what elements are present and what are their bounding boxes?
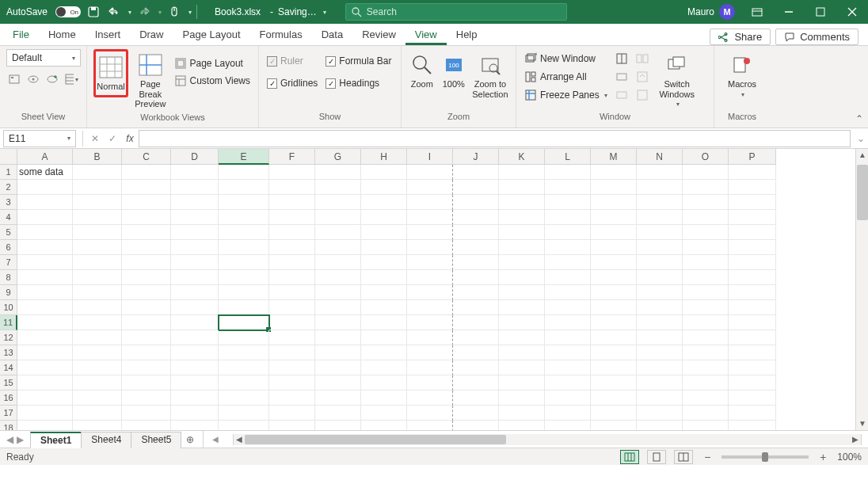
cell-M7[interactable]: [591, 255, 637, 270]
cell-D5[interactable]: [171, 225, 219, 240]
cell-O13[interactable]: [683, 345, 729, 360]
cell-E7[interactable]: [219, 255, 269, 270]
cell-B5[interactable]: [73, 225, 122, 240]
cell-O18[interactable]: [683, 421, 729, 430]
cell-B15[interactable]: [73, 375, 122, 390]
cell-J8[interactable]: [453, 270, 499, 285]
cell-L15[interactable]: [545, 375, 591, 390]
add-sheet-button[interactable]: ⊕: [181, 434, 200, 445]
cell-E6[interactable]: [219, 240, 269, 255]
cell-D17[interactable]: [171, 406, 219, 421]
cell-C3[interactable]: [122, 195, 171, 210]
cell-B8[interactable]: [73, 270, 122, 285]
cell-J13[interactable]: [453, 345, 499, 360]
cell-H16[interactable]: [361, 390, 407, 406]
cell-C11[interactable]: [122, 315, 171, 330]
tab-data[interactable]: Data: [312, 24, 352, 45]
cell-M3[interactable]: [591, 195, 637, 210]
fx-icon[interactable]: fx: [121, 133, 139, 144]
cell-J18[interactable]: [453, 421, 499, 430]
row-header-11[interactable]: 11: [0, 315, 17, 330]
cell-H3[interactable]: [361, 195, 407, 210]
cell-A13[interactable]: [17, 345, 73, 360]
cell-K5[interactable]: [499, 225, 545, 240]
collapse-ribbon-icon[interactable]: ⌃: [855, 113, 863, 124]
row-header-4[interactable]: 4: [0, 210, 17, 225]
page-break-mode-icon[interactable]: [674, 450, 693, 464]
column-header-O[interactable]: O: [683, 149, 729, 165]
horizontal-scrollbar[interactable]: ◀ ▶: [233, 434, 862, 445]
gridlines-checkbox[interactable]: ✓Gridlines: [265, 76, 319, 90]
cell-J6[interactable]: [453, 240, 499, 255]
cell-G7[interactable]: [315, 255, 361, 270]
cell-O5[interactable]: [683, 225, 729, 240]
cell-D16[interactable]: [171, 390, 219, 406]
cell-K4[interactable]: [499, 210, 545, 225]
cell-O10[interactable]: [683, 300, 729, 315]
cell-F5[interactable]: [269, 225, 315, 240]
zoom-slider-knob[interactable]: [762, 452, 768, 462]
cell-C12[interactable]: [122, 330, 171, 345]
cell-M15[interactable]: [591, 375, 637, 390]
cell-J15[interactable]: [453, 375, 499, 390]
cell-N9[interactable]: [637, 285, 683, 300]
cell-H11[interactable]: [361, 315, 407, 330]
cell-B18[interactable]: [73, 421, 122, 430]
row-header-5[interactable]: 5: [0, 225, 17, 240]
row-header-16[interactable]: 16: [0, 390, 17, 406]
redo-dropdown-icon[interactable]: ▾: [158, 9, 162, 16]
cell-N11[interactable]: [637, 315, 683, 330]
sheet-tab-sheet4[interactable]: Sheet4: [81, 432, 131, 448]
cell-F10[interactable]: [269, 300, 315, 315]
unhide-icon[interactable]: [614, 87, 630, 103]
cell-C7[interactable]: [122, 255, 171, 270]
cell-P18[interactable]: [729, 421, 776, 430]
row-header-14[interactable]: 14: [0, 360, 17, 375]
row-header-12[interactable]: 12: [0, 330, 17, 345]
cell-I8[interactable]: [407, 270, 453, 285]
cell-J5[interactable]: [453, 225, 499, 240]
cell-G14[interactable]: [315, 360, 361, 375]
cell-L12[interactable]: [545, 330, 591, 345]
cell-D6[interactable]: [171, 240, 219, 255]
cell-G6[interactable]: [315, 240, 361, 255]
cell-J17[interactable]: [453, 406, 499, 421]
minimize-icon[interactable]: [773, 0, 805, 24]
zoom-slider[interactable]: [721, 455, 809, 459]
exit-view-icon[interactable]: [25, 71, 41, 87]
cell-N13[interactable]: [637, 345, 683, 360]
cell-O12[interactable]: [683, 330, 729, 345]
cell-L6[interactable]: [545, 240, 591, 255]
row-header-17[interactable]: 17: [0, 406, 17, 421]
cell-L9[interactable]: [545, 285, 591, 300]
cell-M17[interactable]: [591, 406, 637, 421]
user-avatar[interactable]: M: [719, 4, 735, 20]
cell-C17[interactable]: [122, 406, 171, 421]
cell-D13[interactable]: [171, 345, 219, 360]
cell-H9[interactable]: [361, 285, 407, 300]
cell-A8[interactable]: [17, 270, 73, 285]
cell-C6[interactable]: [122, 240, 171, 255]
cell-A4[interactable]: [17, 210, 73, 225]
cell-F8[interactable]: [269, 270, 315, 285]
cell-E10[interactable]: [219, 300, 269, 315]
cell-E18[interactable]: [219, 421, 269, 430]
column-header-A[interactable]: A: [17, 149, 73, 165]
scroll-down-icon[interactable]: ▼: [856, 417, 868, 430]
cell-P17[interactable]: [729, 406, 776, 421]
cell-O4[interactable]: [683, 210, 729, 225]
cell-M2[interactable]: [591, 180, 637, 195]
cell-L10[interactable]: [545, 300, 591, 315]
cell-P11[interactable]: [729, 315, 776, 330]
page-layout-button[interactable]: Page Layout: [173, 55, 252, 71]
cell-H15[interactable]: [361, 375, 407, 390]
formula-input[interactable]: [139, 130, 851, 147]
tab-review[interactable]: Review: [352, 24, 405, 45]
cell-C14[interactable]: [122, 360, 171, 375]
cell-I11[interactable]: [407, 315, 453, 330]
cell-F15[interactable]: [269, 375, 315, 390]
cell-B9[interactable]: [73, 285, 122, 300]
cell-E2[interactable]: [219, 180, 269, 195]
custom-views-button[interactable]: Custom Views: [173, 73, 252, 89]
sheet-view-dropdown[interactable]: Default ▾: [6, 49, 81, 67]
